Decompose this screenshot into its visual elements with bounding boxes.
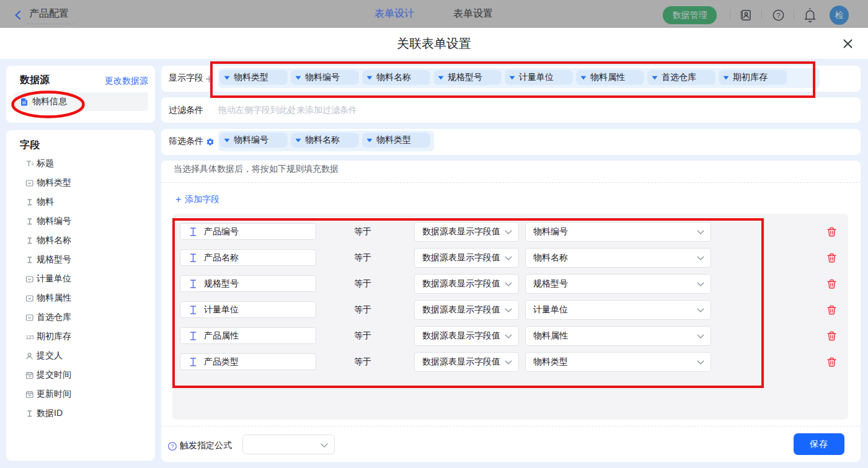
svg-text:?: ? <box>776 12 780 19</box>
svg-text:?: ? <box>170 443 174 449</box>
svg-text:123: 123 <box>26 333 34 340</box>
